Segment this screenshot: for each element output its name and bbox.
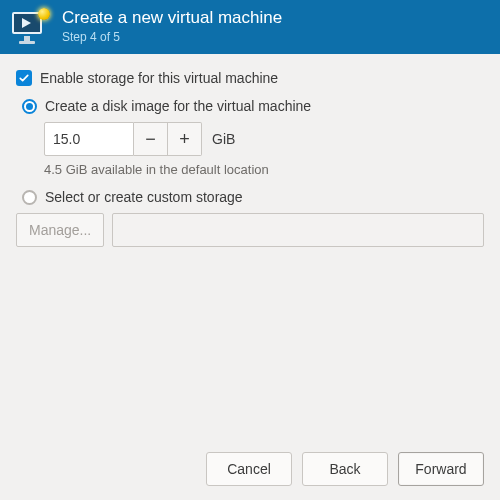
back-button[interactable]: Back bbox=[302, 452, 388, 486]
wizard-body: Enable storage for this virtual machine … bbox=[0, 54, 500, 247]
create-disk-image-row: Create a disk image for the virtual mach… bbox=[22, 98, 484, 114]
header-text: Create a new virtual machine Step 4 of 5 bbox=[62, 8, 282, 44]
custom-storage-controls: Manage... bbox=[16, 213, 484, 247]
create-disk-image-radio[interactable] bbox=[22, 99, 37, 114]
cancel-button[interactable]: Cancel bbox=[206, 452, 292, 486]
disk-size-increment[interactable]: + bbox=[168, 122, 202, 156]
available-space-hint: 4.5 GiB available in the default locatio… bbox=[44, 162, 484, 177]
disk-size-unit: GiB bbox=[212, 131, 235, 147]
forward-button[interactable]: Forward bbox=[398, 452, 484, 486]
disk-size-input[interactable] bbox=[44, 122, 134, 156]
disk-size-decrement[interactable]: − bbox=[134, 122, 168, 156]
disk-size-row: − + GiB bbox=[44, 122, 484, 156]
enable-storage-row: Enable storage for this virtual machine bbox=[16, 70, 484, 86]
manage-storage-button[interactable]: Manage... bbox=[16, 213, 104, 247]
enable-storage-label: Enable storage for this virtual machine bbox=[40, 70, 278, 86]
vm-monitor-icon bbox=[10, 6, 50, 46]
create-disk-image-label: Create a disk image for the virtual mach… bbox=[45, 98, 311, 114]
checkmark-icon bbox=[18, 72, 30, 84]
enable-storage-checkbox[interactable] bbox=[16, 70, 32, 86]
wizard-header: Create a new virtual machine Step 4 of 5 bbox=[0, 0, 500, 54]
wizard-footer: Cancel Back Forward bbox=[0, 452, 500, 486]
custom-storage-label: Select or create custom storage bbox=[45, 189, 243, 205]
custom-storage-radio[interactable] bbox=[22, 190, 37, 205]
wizard-title: Create a new virtual machine bbox=[62, 8, 282, 28]
custom-storage-path-input[interactable] bbox=[112, 213, 484, 247]
wizard-step-label: Step 4 of 5 bbox=[62, 30, 282, 44]
custom-storage-row: Select or create custom storage bbox=[22, 189, 484, 205]
